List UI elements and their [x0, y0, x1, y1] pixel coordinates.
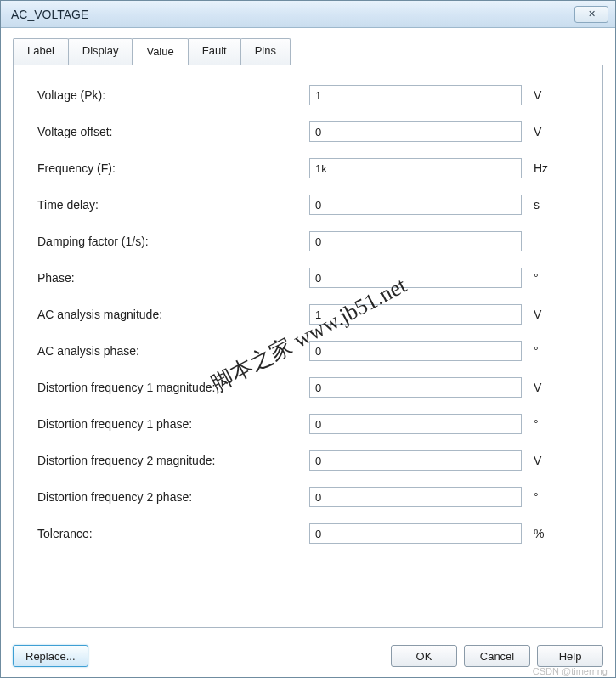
label-voltage-offset: Voltage offset:	[37, 125, 309, 138]
unit-ac-phase: °	[522, 344, 556, 358]
input-tolerance[interactable]	[309, 523, 522, 544]
input-dist1-mag[interactable]	[309, 377, 522, 398]
input-phase[interactable]	[309, 268, 522, 288]
unit-dist2-phase: °	[522, 490, 556, 504]
tab-fault[interactable]: Fault	[188, 38, 241, 65]
tab-panel-value: 脚本之家 www.jb51.net Voltage (Pk): V Voltag…	[13, 65, 603, 628]
label-tolerance: Tolerance:	[37, 527, 309, 540]
label-dist2-phase: Distortion frequency 2 phase:	[37, 490, 309, 504]
input-frequency[interactable]	[309, 158, 522, 178]
tab-pins[interactable]: Pins	[240, 38, 291, 65]
unit-time-delay: s	[522, 198, 556, 212]
input-ac-phase[interactable]	[309, 341, 522, 361]
tab-display[interactable]: Display	[68, 38, 133, 65]
button-bar: Replace... OK Cancel Help	[1, 636, 615, 677]
label-dist1-phase: Distortion frequency 1 phase:	[37, 417, 309, 431]
unit-dist1-mag: V	[522, 381, 556, 394]
label-frequency: Frequency (F):	[37, 161, 309, 175]
row-dist1-phase: Distortion frequency 1 phase: °	[37, 413, 582, 435]
row-dist2-mag: Distortion frequency 2 magnitude: V	[37, 449, 582, 472]
input-voltage-offset[interactable]	[309, 121, 522, 142]
row-frequency: Frequency (F): Hz	[37, 157, 582, 179]
unit-phase: °	[522, 271, 556, 285]
input-voltage-pk[interactable]	[309, 85, 522, 105]
row-damping-factor: Damping factor (1/s):	[37, 230, 582, 252]
input-damping-factor[interactable]	[309, 231, 522, 251]
unit-voltage-offset: V	[522, 125, 556, 138]
replace-button[interactable]: Replace...	[13, 645, 88, 667]
row-tolerance: Tolerance: %	[37, 523, 582, 545]
tab-row: Label Display Value Fault Pins	[13, 38, 603, 65]
close-button[interactable]: ✕	[574, 6, 608, 23]
label-time-delay: Time delay:	[37, 198, 309, 212]
unit-voltage-pk: V	[522, 88, 556, 102]
input-dist2-mag[interactable]	[309, 450, 522, 471]
label-dist1-mag: Distortion frequency 1 magnitude:	[37, 381, 309, 394]
input-dist2-phase[interactable]	[309, 487, 522, 507]
row-phase: Phase: °	[37, 267, 582, 289]
label-ac-phase: AC analysis phase:	[37, 344, 309, 358]
label-dist2-mag: Distortion frequency 2 magnitude:	[37, 454, 309, 467]
tab-value[interactable]: Value	[132, 38, 188, 65]
unit-ac-magnitude: V	[522, 308, 556, 321]
label-voltage-pk: Voltage (Pk):	[37, 88, 309, 102]
dialog-body: Label Display Value Fault Pins 脚本之家 www.…	[1, 28, 615, 636]
row-time-delay: Time delay: s	[37, 194, 582, 216]
dialog-window: AC_VOLTAGE ✕ Label Display Value Fault P…	[0, 0, 616, 678]
unit-tolerance: %	[522, 527, 556, 540]
row-dist1-mag: Distortion frequency 1 magnitude: V	[37, 376, 582, 398]
unit-frequency: Hz	[522, 161, 556, 175]
unit-dist2-mag: V	[522, 454, 556, 467]
input-ac-magnitude[interactable]	[309, 304, 522, 325]
titlebar: AC_VOLTAGE ✕	[1, 1, 615, 28]
label-phase: Phase:	[37, 271, 309, 285]
cancel-button[interactable]: Cancel	[464, 645, 530, 667]
tab-label[interactable]: Label	[13, 38, 69, 65]
row-ac-phase: AC analysis phase: °	[37, 340, 582, 362]
ok-button[interactable]: OK	[391, 645, 457, 667]
row-dist2-phase: Distortion frequency 2 phase: °	[37, 486, 582, 508]
help-button[interactable]: Help	[537, 645, 603, 667]
row-ac-magnitude: AC analysis magnitude: V	[37, 303, 582, 325]
row-voltage-offset: Voltage offset: V	[37, 121, 582, 143]
input-dist1-phase[interactable]	[309, 414, 522, 434]
input-time-delay[interactable]	[309, 195, 522, 215]
label-ac-magnitude: AC analysis magnitude:	[37, 308, 309, 321]
label-damping-factor: Damping factor (1/s):	[37, 234, 309, 248]
unit-dist1-phase: °	[522, 417, 556, 431]
row-voltage-pk: Voltage (Pk): V	[37, 84, 582, 106]
window-title: AC_VOLTAGE	[8, 8, 574, 21]
